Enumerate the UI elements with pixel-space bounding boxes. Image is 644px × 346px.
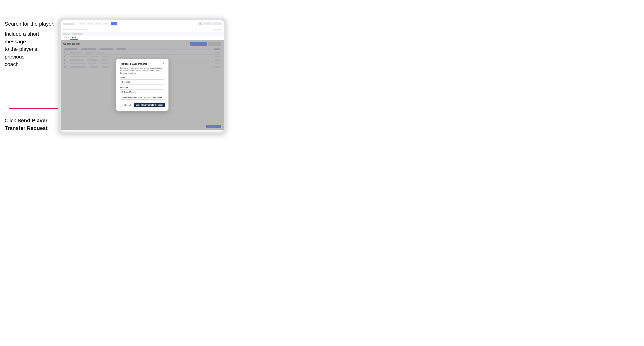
modal-footer: Cancel Send Player Transfer Request xyxy=(120,103,165,107)
close-icon[interactable]: ✕ xyxy=(162,62,165,65)
top-nav xyxy=(61,20,224,27)
sub-nav-right xyxy=(212,29,222,30)
annotation-message: Include a short messageto the player's p… xyxy=(5,30,54,68)
tab-1: Roster xyxy=(63,36,70,40)
nav-avatar xyxy=(199,22,202,25)
modal-description: If the player is transferring from anoth… xyxy=(120,67,165,75)
player-input[interactable] xyxy=(120,79,165,85)
app-screen: / Roster Roster Update Roster xyxy=(61,20,224,132)
message-textarea[interactable]: Hi Coach McHarg, Please accept this tran… xyxy=(120,89,165,100)
modal-overlay: Request player transfer ✕ If the player … xyxy=(61,40,224,130)
nav-item-3 xyxy=(95,23,101,24)
nav-btn-2 xyxy=(213,22,222,25)
sub-nav xyxy=(61,27,224,32)
breadcrumb-bar: / xyxy=(61,32,224,36)
nav-item-2 xyxy=(87,23,93,24)
send-transfer-request-button[interactable]: Send Player Transfer Request xyxy=(134,103,165,107)
player-label: Player xyxy=(120,77,165,79)
tab-bar: Roster Roster xyxy=(61,36,224,40)
cancel-button[interactable]: Cancel xyxy=(123,103,132,107)
modal-title: Request player transfer xyxy=(120,62,147,65)
nav-item-4 xyxy=(103,23,109,24)
tablet-screen: / Roster Roster Update Roster xyxy=(61,20,224,132)
tablet-device: / Roster Roster Update Roster xyxy=(58,18,226,135)
breadcrumb-2 xyxy=(72,33,82,35)
nav-item-1 xyxy=(79,23,85,24)
tab-2: Roster xyxy=(70,36,78,40)
annotation-click: Click Send PlayerTransfer Request xyxy=(5,117,54,132)
breadcrumb-1 xyxy=(63,33,70,35)
modal-header: Request player transfer ✕ xyxy=(120,62,165,65)
sub-nav-2 xyxy=(74,29,86,30)
sub-nav-1 xyxy=(63,29,72,30)
main-content: Update Roster xyxy=(61,40,224,130)
nav-btn-1 xyxy=(203,22,212,25)
modal-dialog: Request player transfer ✕ If the player … xyxy=(116,59,168,111)
annotation-search: Search for the player. xyxy=(5,20,54,27)
message-label: Message xyxy=(120,87,165,89)
nav-item-active xyxy=(111,22,118,25)
nav-logo xyxy=(63,23,74,25)
